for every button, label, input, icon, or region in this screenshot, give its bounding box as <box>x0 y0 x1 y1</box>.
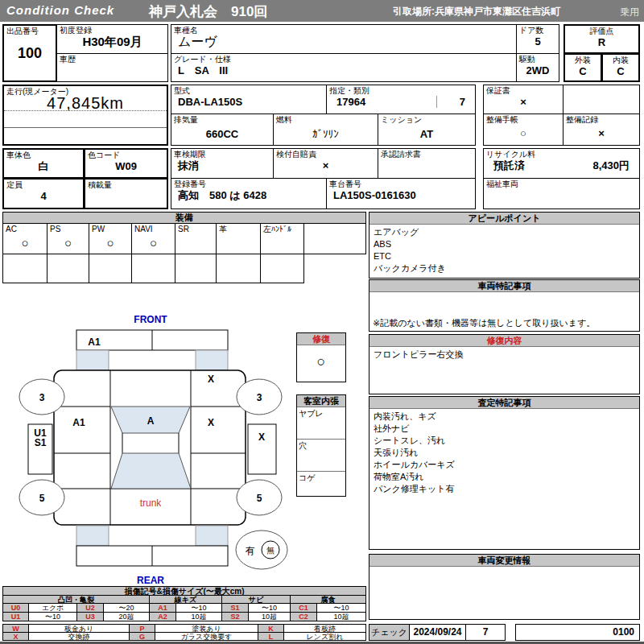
approval-request-cell: 承認請求書 <box>378 148 476 179</box>
damage-sill-right: X <box>258 431 265 443</box>
displacement-value: 660CC <box>171 128 273 140</box>
exterior-grade-cell: 外装 C <box>564 53 602 82</box>
rear-window <box>111 453 191 489</box>
body-color-cell: 車体色 白 <box>2 148 85 179</box>
recycle-fee-label: リサイクル料 <box>484 149 639 159</box>
equipment-label: PS <box>47 224 89 234</box>
equipment-mark: ○ <box>47 234 89 252</box>
exterior-grade-label: 外装 <box>565 55 601 65</box>
cabin-interior-box: 客室内張 ヤブレ 穴 コゲ <box>296 394 346 497</box>
damage-windshield: A <box>147 415 155 427</box>
vehicle-notes-disclaimer: ※記載のない書類・機器等は無しとして取り扱います。 <box>373 317 595 329</box>
trunk-label: trunk <box>140 497 163 509</box>
vehicle-notes-title: 車両特記事項 <box>369 280 639 292</box>
appeal-points-title: アピールポイント <box>369 213 639 225</box>
legend-mark-code: X <box>2 632 29 641</box>
inspection-value: 抹消 <box>171 159 273 171</box>
vehicle-change-title: 車両変更情報 <box>369 555 639 567</box>
doors-cell: ドア数 5 <box>516 24 559 54</box>
check-date-value: 2024/09/24 <box>410 625 465 640</box>
damage-sill-left-2: S1 <box>35 437 47 448</box>
check-code-cell: 0100 <box>515 624 640 641</box>
check-number-value: 7 <box>466 625 505 640</box>
damage-wheel-rear-right: 5 <box>257 493 262 504</box>
equipment-cell-navi: NAVI ○ <box>131 223 175 254</box>
equipment-empty-cell <box>89 254 132 283</box>
maintenance-record-label: 整備記録 <box>564 114 639 125</box>
vehicle-change-panel: 車両変更情報 <box>369 554 640 620</box>
doors-label: ドア数 <box>517 25 559 35</box>
legend-code: S2 <box>221 612 249 621</box>
maintenance-record-value: × <box>564 127 639 139</box>
interior-grade-cell: 内装 C <box>601 53 640 82</box>
legend-size: 10超 <box>248 612 291 621</box>
damage-door-right: X <box>208 417 214 428</box>
transmission-label: ミッション <box>378 114 475 125</box>
body-color-value: 白 <box>4 160 83 172</box>
cabin-interior-title: 客室内張 <box>297 395 345 407</box>
equipment-cell-ac: AC ○ <box>2 223 47 254</box>
color-code-cell: 色コード W09 <box>84 148 168 179</box>
recycle-fee-cell: リサイクル料 預託済 8,430円 <box>483 148 640 179</box>
color-code-label: 色コード <box>85 150 167 160</box>
damage-door-left: A1 <box>72 417 85 428</box>
equipment-cell-extra <box>303 223 366 254</box>
class-number-value: 7 <box>436 96 465 108</box>
transmission-value: AT <box>378 128 475 140</box>
check-number-cell: 7 <box>465 624 506 641</box>
legend-mark-code: L <box>258 632 284 641</box>
damage-front-fender-right: X <box>208 374 214 385</box>
pickup-location: 引取場所:兵庫県神戸市東灘区住吉浜町 <box>393 5 560 19</box>
odometer-cell: 走行(現メーター) 47,845km <box>2 85 168 146</box>
chassis-number-cell: 車台番号 LA150S-0161630 <box>326 178 476 209</box>
odometer-value: 47,845km <box>4 97 167 109</box>
assessment-notes-list: 内装汚れ、キズ 社外ナビ シートスレ、汚れ 天張り汚れ ホイールカバーキズ 荷物… <box>369 409 639 497</box>
equipment-mark: ○ <box>89 234 131 252</box>
interior-grade-label: 内装 <box>603 55 638 65</box>
maintenance-record-cell: 整備記録 × <box>563 114 640 146</box>
capacity-label: 定員 <box>4 180 83 190</box>
auction-condition-sheet: Condition Check 神戸入札会 910回 引取場所:兵庫県神戸市東灘… <box>0 0 644 644</box>
legend-mark-desc: レンズ割れ <box>283 632 366 641</box>
body-color-label: 車体色 <box>4 150 83 160</box>
grade-value: L SA III <box>171 64 516 76</box>
drive-cell: 駆動 2WD <box>516 53 559 82</box>
damage-wheel-front-left: 3 <box>39 392 45 403</box>
repair-detail-list: フロントピラー右交換 <box>369 347 639 362</box>
cabin-row-hole: 穴 <box>297 440 345 472</box>
check-code-value: 0100 <box>516 625 639 640</box>
front-pillar-right-shade <box>196 350 228 370</box>
equipment-label: PW <box>89 224 131 234</box>
type-number-value: 17964 <box>336 96 365 108</box>
equipment-empty-cell <box>47 254 89 283</box>
repair-flag-box: 修復 ○ <box>296 332 346 382</box>
lot-label: 出品番号 <box>4 26 56 36</box>
registration-number-label: 登録番号 <box>171 179 326 189</box>
legend-code: U3 <box>76 612 104 621</box>
repair-flag-title: 修復 <box>297 333 345 345</box>
equipment-empty-cell <box>216 254 261 283</box>
front-pillar-left-shade <box>76 350 109 370</box>
insurance-label: 検付自賠責 <box>274 149 378 159</box>
cabin-row-tear: ヤブレ <box>297 407 345 440</box>
score-cell: 評価点 R <box>564 24 640 54</box>
damage-wheel-front-right: 3 <box>257 392 262 403</box>
welfare-vehicle-label: 福祉車両 <box>484 179 639 189</box>
legend-code: A2 <box>149 612 176 621</box>
repair-flag-mark: ○ <box>297 345 345 378</box>
maintenance-book-cell: 整備手帳 ○ <box>483 114 564 146</box>
assessment-notes-panel: 査定特記事項 内装汚れ、キズ 社外ナビ シートスレ、汚れ 天張り汚れ ホイールカ… <box>369 396 640 550</box>
model-code-value: DBA-LA150S <box>171 96 326 108</box>
damage-wheel-rear-left: 5 <box>39 493 45 504</box>
welfare-vehicle-cell: 福祉車両 <box>483 178 640 209</box>
type-class-cell: 指定・類別 17964 7 <box>326 85 476 114</box>
check-date-cell: 2024/09/24 <box>409 624 466 641</box>
appeal-points-list: エアバッグ ABS ETC バックカメラ付き <box>369 225 639 276</box>
repair-detail-title: 修復内容 <box>369 335 639 347</box>
equipment-label: 左ﾊﾝﾄﾞﾙ <box>261 224 303 234</box>
maintenance-book-label: 整備手帳 <box>484 114 563 125</box>
auction-title: 神戸入札会 910回 <box>149 2 267 21</box>
repair-detail-panel: 修復内容 フロントピラー右交換 <box>369 334 640 394</box>
recycle-status-value: 預託済 <box>493 159 525 171</box>
appeal-points-panel: アピールポイント エアバッグ ABS ETC バックカメラ付き <box>369 212 640 279</box>
